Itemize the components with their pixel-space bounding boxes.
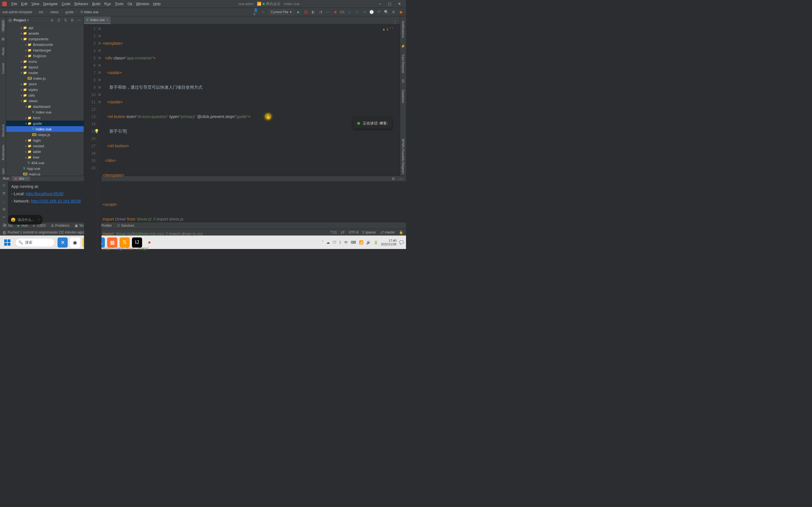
intention-bulb-icon[interactable]: 💡 — [94, 128, 99, 135]
tree-row[interactable]: ▸📁api — [6, 25, 84, 31]
local-url-link[interactable]: http://localhost:9528/ — [26, 191, 64, 196]
profile-icon[interactable]: ◔ — [318, 9, 323, 15]
tree-row[interactable]: JSindex.js — [6, 75, 84, 81]
tab-more-icon[interactable]: ⋮ — [393, 19, 398, 24]
tree-row[interactable]: ▸📁SvgIcon — [6, 53, 84, 59]
stripe-fast-request-icon[interactable]: ⚡ — [401, 44, 405, 48]
network-url-link[interactable]: http://192.168.10.161:9528/ — [31, 199, 81, 203]
hide-sidebar-icon[interactable]: — — [77, 18, 82, 23]
tree-row[interactable]: ▸📁nested — [6, 143, 84, 149]
run-console[interactable]: App running at: - Local: http://localhos… — [8, 181, 406, 235]
settings-gear-icon[interactable]: ⚙ — [391, 9, 396, 15]
git-update-icon[interactable]: ↙ — [347, 9, 352, 15]
chevron-left-icon[interactable]: 〈 — [36, 216, 40, 223]
stripe-redis[interactable]: Redis — [1, 46, 5, 57]
tree-row[interactable]: ▾📁guide — [6, 121, 84, 126]
tree-row[interactable]: ▸📁styles — [6, 87, 84, 93]
run-tab-dev[interactable]: ▣ dev × — [12, 176, 30, 181]
run-play-icon[interactable]: ▶ — [296, 9, 301, 15]
stripe-redis-icon[interactable]: ▦ — [1, 37, 5, 41]
stripe-database-icon[interactable]: 🗄 — [401, 79, 405, 83]
bc-current-file[interactable]: Vindex.vue — [80, 10, 98, 14]
tree-row[interactable]: V404.vue — [6, 160, 84, 166]
run-config-dropdown[interactable]: Current File▾ — [268, 9, 294, 15]
tree-row[interactable]: ▸📁tree — [6, 154, 84, 160]
add-user-icon[interactable]: 👤▾ — [253, 9, 259, 15]
tencent-meeting-badge[interactable]: 📶 腾讯会议 — [257, 1, 281, 6]
stripe-structure[interactable]: Structure — [1, 122, 5, 138]
tree-row[interactable]: ▾📁components — [6, 36, 84, 42]
menu-edit[interactable]: Edit — [19, 1, 29, 6]
sidebar-settings-icon[interactable]: ⚙ — [70, 18, 75, 23]
status-tool-icon[interactable]: ▢ — [3, 230, 6, 234]
tree-row[interactable]: ▾📁dashboard — [6, 104, 84, 109]
stripe-fast-request[interactable]: Fast Request — [402, 53, 405, 75]
locate-icon[interactable]: ⊕ — [49, 18, 54, 23]
tree-row[interactable]: VApp.vue — [6, 166, 84, 171]
tb-vscode[interactable]: ✕ — [57, 237, 68, 247]
wrap-icon[interactable]: ↩ — [1, 214, 6, 219]
menu-tools[interactable]: Tools — [113, 1, 125, 6]
tree-row[interactable]: ▸📁utils — [6, 93, 84, 98]
bc-project[interactable]: vue-admin-template — [2, 10, 32, 14]
tree-row[interactable]: ▾📁router — [6, 70, 84, 75]
stripe-bpmn[interactable]: BPMN-Flowable-Diagram — [402, 137, 405, 176]
tree-row[interactable]: JSsteps.js — [6, 132, 84, 137]
tab-close-icon[interactable]: × — [106, 18, 108, 22]
toolbox-icon[interactable]: ◆ — [398, 9, 404, 15]
rerun-icon[interactable]: ↻ — [1, 183, 6, 188]
down-icon[interactable]: ↓ — [1, 199, 6, 204]
bc-views[interactable]: views — [50, 10, 59, 14]
menu-navigate[interactable]: Navigate — [42, 1, 59, 6]
tree-row[interactable]: ▸📁Breadcrumb — [6, 42, 84, 47]
menu-build[interactable]: Build — [91, 1, 102, 6]
collapse-all-icon[interactable]: ⇅ — [63, 18, 68, 23]
tree-row[interactable]: ▾📁views — [6, 98, 84, 104]
stripe-notifications[interactable]: Notifications — [402, 19, 405, 40]
menu-window[interactable]: Window — [135, 1, 151, 6]
inspection-badge[interactable]: ▲1ˆˇ — [382, 25, 393, 33]
menu-help[interactable]: Help — [151, 1, 162, 6]
expand-all-icon[interactable]: ⇵ — [56, 18, 61, 23]
menu-file[interactable]: File — [10, 1, 19, 6]
minimize-button[interactable]: ─ — [375, 1, 385, 7]
tree-row[interactable]: ▸📁layout — [6, 64, 84, 70]
menu-code[interactable]: Code — [60, 1, 72, 6]
start-button[interactable] — [2, 237, 12, 247]
debug-icon[interactable]: 🐞 — [303, 9, 309, 15]
search-icon[interactable]: 🔍 — [384, 9, 389, 15]
stripe-bookmarks[interactable]: Bookmarks — [1, 143, 5, 162]
tb-chrome[interactable]: ◉ — [70, 237, 80, 247]
stripe-commit[interactable]: Commit — [1, 61, 5, 75]
stop-run-icon[interactable]: ⚒ — [1, 191, 6, 196]
close-button[interactable]: ✕ — [395, 1, 404, 7]
tree-row[interactable]: ▸📁assets — [6, 31, 84, 36]
coverage-icon[interactable]: ◧ — [310, 9, 316, 15]
tray-notifications-icon[interactable]: 💬 — [399, 240, 404, 244]
taskbar-search[interactable]: 🔍 搜索 — [15, 238, 55, 247]
tree-row[interactable]: ▸📁icons — [6, 59, 84, 64]
bc-src[interactable]: src — [39, 10, 43, 14]
bc-guide[interactable]: guide — [65, 10, 73, 14]
sidebar-dropdown-icon[interactable]: ▾ — [27, 18, 29, 22]
attach-icon[interactable]: ⋯ — [325, 9, 331, 15]
run-tab-close-icon[interactable]: × — [26, 177, 28, 180]
git-push-icon[interactable]: ↗ — [361, 9, 367, 15]
tree-row[interactable]: Vindex.vue — [6, 126, 84, 132]
menu-refactor[interactable]: Refactor — [73, 1, 90, 6]
tree-row[interactable]: Vindex.vue — [6, 109, 84, 115]
build-hammer-icon[interactable]: ⤡ — [261, 9, 266, 15]
tree-row[interactable]: JSmain.js — [6, 171, 84, 176]
git-history-icon[interactable]: 🕐 — [369, 9, 374, 15]
voice-input-pill[interactable]: 😀 说点什么... 〈 — [8, 215, 43, 224]
tree-row[interactable]: ▸📁table — [6, 149, 84, 154]
tree-row[interactable]: ▸📁login — [6, 137, 84, 143]
git-commit-icon[interactable]: ✓ — [354, 9, 360, 15]
project-tree[interactable]: ▸📁api▸📁assets▾📁components▸📁Breadcrumb▸📁H… — [6, 24, 84, 176]
menu-run[interactable]: Run — [103, 1, 113, 6]
editor-tab-index-vue[interactable]: V index.vue × — [84, 16, 110, 24]
layout-icon[interactable]: ⊞ — [1, 207, 6, 212]
stripe-npm[interactable]: npm — [1, 166, 5, 176]
tree-row[interactable]: ▸📁store — [6, 81, 84, 87]
stripe-database[interactable]: Database — [402, 88, 405, 105]
